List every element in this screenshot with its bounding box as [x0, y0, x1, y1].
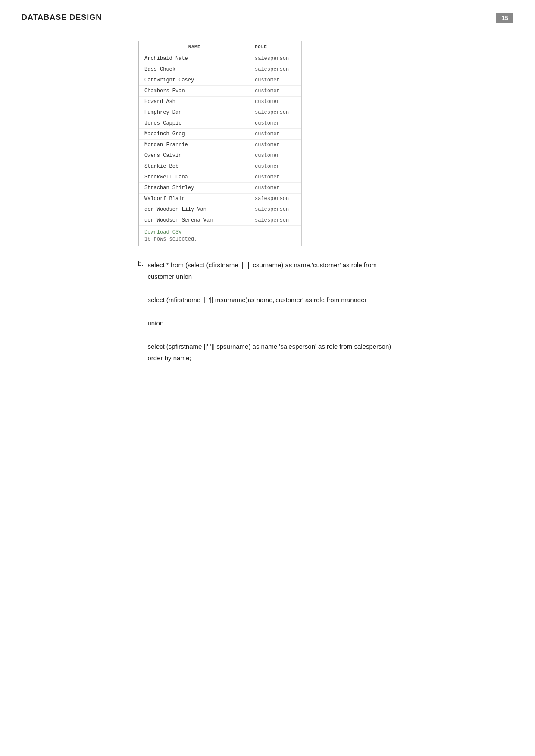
cell-role: salesperson — [250, 215, 301, 225]
cell-name: Chambers Evan — [139, 86, 250, 96]
cell-role: customer — [250, 86, 301, 96]
cell-name: Waldorf Blair — [139, 194, 250, 204]
col-header-role: ROLE — [250, 41, 301, 53]
cell-role: salesperson — [250, 204, 301, 215]
cell-name: Stockwell Dana — [139, 172, 250, 182]
table-row: Jones Cappiecustomer — [139, 118, 301, 129]
code-line: select (spfirstname ||' '|| spsurname) a… — [148, 341, 391, 352]
table-row: Archibald Natesalesperson — [139, 53, 301, 64]
cell-role: customer — [250, 118, 301, 128]
cell-name: Bass Chuck — [139, 64, 250, 75]
col-header-name: NAME — [139, 41, 250, 53]
cell-name: Howard Ash — [139, 97, 250, 107]
table-row: Chambers Evancustomer — [139, 86, 301, 97]
cell-name: Cartwright Casey — [139, 75, 250, 85]
download-csv-link[interactable]: Download CSV — [144, 229, 296, 235]
code-line: select (mfirstname ||' '|| msurname)as n… — [148, 294, 391, 306]
table-row: Cartwright Caseycustomer — [139, 75, 301, 86]
rows-selected-label: 16 rows selected. — [144, 236, 296, 242]
cell-role: customer — [250, 140, 301, 150]
cell-name: Macainch Greg — [139, 129, 250, 139]
cell-role: salesperson — [250, 107, 301, 118]
table-row: Waldorf Blairsalesperson — [139, 194, 301, 204]
cell-role: customer — [250, 97, 301, 107]
cell-role: salesperson — [250, 53, 301, 64]
section-b-label: b. — [138, 259, 144, 267]
table-row: Bass Chucksalesperson — [139, 64, 301, 75]
cell-role: customer — [250, 75, 301, 85]
code-line: order by name; — [148, 352, 391, 364]
table-row: Morgan Franniecustomer — [139, 140, 301, 150]
table-row: Howard Ashcustomer — [139, 97, 301, 107]
cell-role: customer — [250, 150, 301, 161]
cell-role: customer — [250, 129, 301, 139]
table-header: NAME ROLE — [139, 41, 301, 53]
table-row: Macainch Gregcustomer — [139, 129, 301, 140]
table-row: Humphrey Dansalesperson — [139, 107, 301, 118]
cell-name: Owens Calvin — [139, 150, 250, 161]
table-footer: Download CSV 16 rows selected. — [139, 225, 301, 246]
cell-name: der Woodsen Lily Van — [139, 204, 250, 215]
cell-name: der Woodsen Serena Van — [139, 215, 250, 225]
cell-name: Archibald Nate — [139, 53, 250, 64]
cell-name: Starkie Bob — [139, 161, 250, 172]
page-title: DATABASE DESIGN — [22, 13, 102, 22]
cell-role: customer — [250, 183, 301, 193]
cell-name: Strachan Shirley — [139, 183, 250, 193]
cell-name: Humphrey Dan — [139, 107, 250, 118]
cell-role: salesperson — [250, 64, 301, 75]
table-row: Strachan Shirleycustomer — [139, 183, 301, 194]
table-row: der Woodsen Serena Vansalesperson — [139, 215, 301, 225]
results-table: NAME ROLE Archibald NatesalespersonBass … — [138, 41, 302, 246]
code-line: customer union — [148, 271, 391, 282]
cell-role: salesperson — [250, 194, 301, 204]
code-line — [148, 306, 391, 317]
code-line — [148, 329, 391, 341]
table-row: Stockwell Danacustomer — [139, 172, 301, 183]
page-number: 15 — [496, 13, 513, 23]
table-row: der Woodsen Lily Vansalesperson — [139, 204, 301, 215]
cell-name: Jones Cappie — [139, 118, 250, 128]
table-body: Archibald NatesalespersonBass Chucksales… — [139, 53, 301, 225]
cell-name: Morgan Frannie — [139, 140, 250, 150]
section-b: b. select * from (select (cfirstname ||'… — [138, 259, 391, 364]
section-b-code: select * from (select (cfirstname ||' '|… — [148, 259, 391, 364]
table-row: Owens Calvincustomer — [139, 150, 301, 161]
code-line — [148, 282, 391, 294]
code-line: select * from (select (cfirstname ||' '|… — [148, 259, 391, 271]
cell-role: customer — [250, 172, 301, 182]
cell-role: customer — [250, 161, 301, 172]
code-line: union — [148, 317, 391, 329]
table-row: Starkie Bobcustomer — [139, 161, 301, 172]
